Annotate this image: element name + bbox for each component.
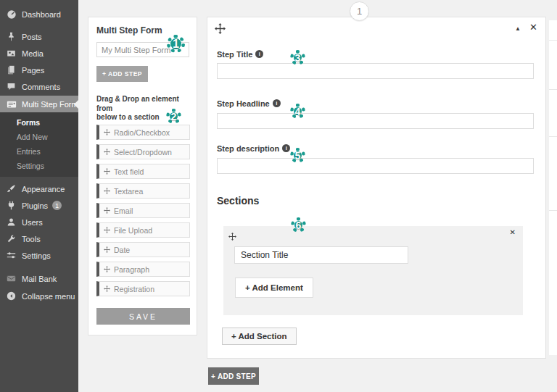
sidebar-item-posts[interactable]: Posts — [0, 28, 78, 45]
sidebar-item-label: Posts — [22, 33, 42, 41]
sidebar-item-multi-step-form[interactable]: Multi Step Form — [0, 96, 78, 112]
multi-step-form-submenu: Forms Add New Entries Settings — [0, 112, 78, 177]
drag-element-text-field[interactable]: Text field — [96, 164, 190, 179]
move-icon — [104, 188, 110, 194]
move-icon — [104, 285, 110, 292]
sidebar-item-plugins[interactable]: Plugins 1 — [0, 197, 78, 214]
sidebar-item-comments[interactable]: Comments — [0, 78, 78, 95]
dashboard-icon — [6, 9, 17, 20]
drag-element-registration[interactable]: Registration — [96, 281, 190, 296]
sidebar-item-settings[interactable]: Settings — [0, 247, 78, 264]
sidebar-item-label: Plugins — [22, 201, 48, 210]
drag-element-date[interactable]: Date — [96, 242, 190, 257]
sidebar-item-tools[interactable]: Tools — [0, 230, 78, 247]
step-title-input[interactable] — [217, 63, 534, 79]
collapse-menu-button[interactable]: Collapse menu — [0, 288, 78, 304]
sidebar-item-label: Users — [22, 218, 43, 227]
plug-icon — [6, 200, 17, 211]
pages-icon — [6, 64, 17, 75]
move-icon — [104, 266, 110, 272]
step-number-badge[interactable]: 1 — [350, 1, 369, 21]
sidebar-item-label: Collapse menu — [22, 292, 75, 301]
move-icon — [104, 149, 110, 155]
move-icon — [104, 129, 110, 135]
callout-badge-2: 2 — [166, 109, 181, 124]
step-description-input[interactable] — [217, 158, 534, 174]
add-element-button[interactable]: + Add Element — [235, 278, 313, 298]
step-editor-panel: ▲ ✕ Step Titlei Step Headlinei Step desc… — [207, 17, 546, 359]
collapse-step-icon[interactable]: ▲ — [515, 26, 521, 32]
comment-bubble-icon — [6, 81, 17, 92]
step-description-label: Step descriptioni — [217, 144, 290, 153]
section-title-input[interactable] — [234, 246, 408, 264]
sliders-icon — [6, 250, 17, 261]
section-move-handle[interactable] — [228, 230, 236, 243]
move-icon — [104, 227, 110, 233]
save-button[interactable]: SAVE — [96, 308, 190, 325]
sidebar-item-appearance[interactable]: Appearance — [0, 180, 78, 197]
drag-element-select-dropdown[interactable]: Select/Dropdown — [96, 144, 190, 159]
paintbrush-icon — [6, 183, 17, 194]
sidebar-item-media[interactable]: Media — [0, 45, 78, 62]
step-headline-input[interactable] — [217, 113, 534, 129]
sidebar-item-label: Media — [22, 49, 44, 58]
info-icon[interactable]: i — [282, 144, 290, 152]
collapse-arrow-icon — [6, 291, 17, 301]
callout-badge-5: 5 — [290, 148, 305, 163]
sidebar-item-label: Multi Step Form — [22, 100, 78, 109]
info-icon[interactable]: i — [255, 50, 263, 58]
section-box: ✕ + Add Element — [223, 226, 523, 315]
move-icon — [104, 168, 110, 175]
plugins-update-badge: 1 — [52, 201, 62, 210]
drag-element-paragraph[interactable]: Paragraph — [96, 262, 190, 277]
add-step-button[interactable]: + ADD STEP — [96, 66, 148, 82]
wrench-icon — [6, 233, 17, 244]
add-step-bottom-button[interactable]: + ADD STEP — [208, 367, 259, 385]
pushpin-icon — [6, 31, 17, 42]
close-section-icon[interactable]: ✕ — [510, 228, 516, 236]
callout-badge-3: 3 — [290, 50, 305, 65]
media-icon — [6, 48, 17, 59]
move-icon — [104, 207, 110, 214]
form-builder-panel: Multi Step Form + ADD STEP Drag & Drop a… — [88, 17, 197, 335]
sidebar-item-label: Tools — [22, 235, 41, 243]
sidebar-item-label: Dashboard — [22, 10, 61, 19]
callout-badge-1: 1 — [167, 35, 185, 53]
step-headline-label: Step Headlinei — [217, 99, 281, 108]
user-icon — [6, 217, 17, 228]
drag-element-radio-checkbox[interactable]: Radio/Checkbox — [96, 125, 190, 140]
builder-title: Multi Step Form — [96, 25, 162, 36]
drag-element-file-upload[interactable]: File Upload — [96, 222, 190, 238]
sidebar-item-pages[interactable]: Pages — [0, 62, 78, 78]
sidebar-item-label: Appearance — [22, 185, 65, 193]
submenu-item-settings[interactable]: Settings — [0, 159, 78, 173]
admin-sidebar: Dashboard Posts Media Pages Comments — [0, 0, 78, 392]
sidebar-item-dashboard[interactable]: Dashboard — [0, 6, 78, 22]
add-section-button[interactable]: + Add Section — [222, 328, 297, 345]
move-icon — [104, 246, 110, 253]
step-title-label: Step Titlei — [217, 50, 263, 59]
form-icon — [6, 99, 17, 109]
callout-badge-4: 4 — [290, 104, 305, 119]
drag-element-textarea[interactable]: Textarea — [96, 183, 190, 199]
cropped-panel-edge — [549, 20, 557, 355]
sidebar-item-label: Pages — [22, 66, 44, 75]
submenu-item-entries[interactable]: Entries — [0, 144, 78, 159]
sidebar-item-label: Mail Bank — [22, 275, 57, 283]
sidebar-item-label: Settings — [22, 251, 51, 260]
multi-step-form-admin-page: Dashboard Posts Media Pages Comments — [0, 0, 557, 392]
step-move-handle[interactable] — [215, 23, 226, 37]
sidebar-item-label: Comments — [22, 83, 60, 91]
sections-heading: Sections — [217, 195, 259, 207]
sidebar-item-users[interactable]: Users — [0, 214, 78, 230]
envelope-icon — [6, 273, 17, 284]
callout-badge-6: 6 — [291, 217, 306, 233]
sidebar-item-mail-bank[interactable]: Mail Bank — [0, 270, 78, 287]
submenu-item-forms[interactable]: Forms — [0, 115, 78, 130]
drag-element-email[interactable]: Email — [96, 203, 190, 218]
submenu-item-add-new[interactable]: Add New — [0, 130, 78, 144]
info-icon[interactable]: i — [273, 99, 281, 107]
close-step-icon[interactable]: ✕ — [529, 22, 537, 32]
